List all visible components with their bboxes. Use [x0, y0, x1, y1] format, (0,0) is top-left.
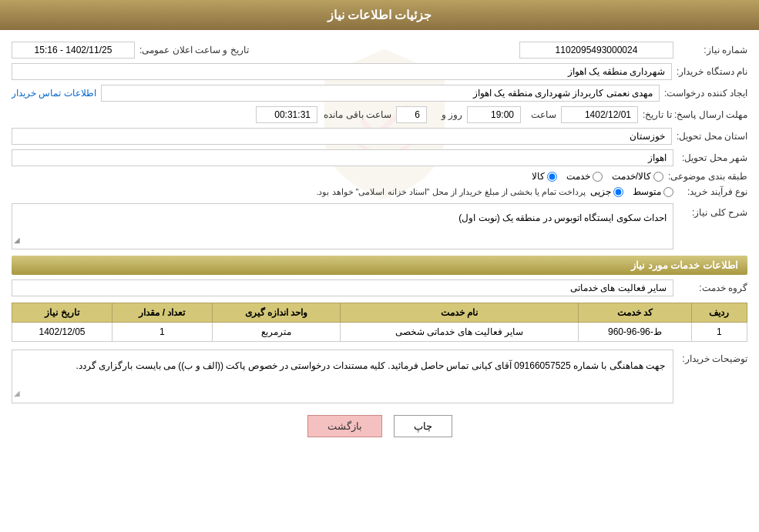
notes-row: توضیحات خریدار: جهت هماهنگی با شماره 091… [12, 350, 747, 403]
deadline-date: 1402/12/01 [561, 106, 638, 123]
deadline-days-label: روز و [432, 109, 462, 120]
cell-name: سایر فعالیت های خدماتی شخصی [341, 323, 579, 342]
back-button[interactable]: بازگشت [307, 415, 382, 437]
col-header-unit: واحد اندازه گیری [212, 303, 340, 323]
notes-text: جهت هماهنگی با شماره 09166057525 آقای کی… [76, 360, 665, 371]
notes-resize-icon: ◢ [14, 386, 20, 401]
need-desc-value: احداث سکوی ایستگاه اتوبوس در منطقه یک (ن… [458, 212, 667, 223]
category-radio-group: کالا/خدمت خدمت کالا [532, 171, 663, 182]
print-button[interactable]: چاپ [394, 415, 452, 437]
need-number-row: شماره نیاز: 1102095493000024 تاریخ و ساع… [12, 42, 747, 59]
purchase-type-radio-group: متوسط جزیی [590, 186, 673, 197]
need-desc-label: شرح کلی نیاز: [678, 203, 747, 218]
deadline-remaining-label: ساعت باقی مانده [322, 109, 391, 120]
province-value: خوزستان [12, 128, 672, 145]
page-title: جزئیات اطلاعات نیاز [327, 8, 432, 22]
need-desc-box: احداث سکوی ایستگاه اتوبوس در منطقه یک (ن… [12, 203, 673, 249]
cell-date: 1402/12/05 [12, 323, 113, 342]
col-header-qty: تعداد / مقدار [112, 303, 212, 323]
deadline-row: مهلت ارسال پاسخ: تا تاریخ: 1402/12/01 سا… [12, 106, 747, 123]
content-area: شماره نیاز: 1102095493000024 تاریخ و ساع… [0, 30, 759, 460]
announcement-value: 1402/11/25 - 15:16 [12, 42, 135, 59]
service-group-label: گروه خدمت: [678, 283, 747, 293]
col-header-date: تاریخ نیاز [12, 303, 113, 323]
resize-icon: ◢ [14, 233, 20, 247]
category-option-kala-khadamat[interactable]: کالا/خدمت [612, 171, 663, 182]
col-header-row: ردیف [691, 303, 747, 323]
category-option-khadamat[interactable]: خدمت [566, 171, 603, 182]
deadline-days: 6 [396, 106, 427, 123]
cell-code: ط-96-96-960 [579, 323, 691, 342]
deadline-time: 19:00 [467, 106, 521, 123]
col-header-code: کد خدمت [579, 303, 691, 323]
buyer-org-row: نام دستگاه خریدار: شهرداری منطقه یک اهوا… [12, 63, 747, 80]
need-number-label: شماره نیاز: [678, 45, 747, 55]
button-row: چاپ بازگشت [12, 415, 747, 449]
announcement-label: تاریخ و ساعت اعلان عمومی: [139, 45, 249, 55]
contact-link[interactable]: اطلاعات تماس خریدار [12, 88, 96, 99]
service-group-value: سایر فعالیت های خدماتی [12, 279, 673, 296]
creator-row: ایجاد کننده درخواست: مهدی نعمتی کاربرداز… [12, 85, 747, 102]
category-row: طبقه بندی موضوعی: کالا/خدمت خدمت کالا [12, 171, 747, 182]
creator-value: مهدی نعمتی کاربرداز شهرداری منطقه یک اهو… [101, 85, 660, 102]
purchase-type-option-motawaset[interactable]: متوسط [633, 186, 673, 197]
purchase-type-label: نوع فرآیند خرید: [678, 186, 747, 197]
deadline-remaining: 00:31:31 [256, 106, 317, 123]
purchase-type-row: نوع فرآیند خرید: متوسط جزیی پرداخت تمام … [12, 186, 747, 197]
service-group-row: گروه خدمت: سایر فعالیت های خدماتی [12, 279, 747, 296]
table-header-row: ردیف کد خدمت نام خدمت واحد اندازه گیری ت… [12, 303, 747, 323]
buyer-org-value: شهرداری منطقه یک اهواز [12, 63, 672, 80]
city-row: شهر محل تحویل: اهواز [12, 149, 747, 166]
main-section: شماره نیاز: 1102095493000024 تاریخ و ساع… [12, 42, 747, 249]
province-label: استان محل تحویل: [677, 131, 747, 142]
city-label: شهر محل تحویل: [678, 152, 747, 163]
purchase-type-option-jozii[interactable]: جزیی [590, 186, 623, 197]
deadline-label: مهلت ارسال پاسخ: تا تاریخ: [643, 109, 747, 120]
province-row: استان محل تحویل: خوزستان [12, 128, 747, 145]
cell-unit: مترمربع [212, 323, 340, 342]
table-row: 1 ط-96-96-960 سایر فعالیت های خدماتی شخص… [12, 323, 747, 342]
creator-label: ایجاد کننده درخواست: [664, 88, 747, 99]
cell-row: 1 [691, 323, 747, 342]
notes-label: توضیحات خریدار: [678, 350, 747, 364]
purchase-type-note: پرداخت تمام یا بخشی از مبلغ خریدار از مح… [12, 187, 586, 197]
page-header: جزئیات اطلاعات نیاز [0, 0, 759, 30]
col-header-name: نام خدمت [341, 303, 579, 323]
deadline-time-label: ساعت [526, 109, 556, 120]
cell-qty: 1 [112, 323, 212, 342]
city-value: اهواز [12, 149, 673, 166]
notes-box: جهت هماهنگی با شماره 09166057525 آقای کی… [12, 350, 673, 403]
buyer-org-label: نام دستگاه خریدار: [677, 66, 747, 77]
need-number-value: 1102095493000024 [519, 42, 673, 59]
category-label: طبقه بندی موضوعی: [668, 171, 747, 182]
services-table: ردیف کد خدمت نام خدمت واحد اندازه گیری ت… [12, 303, 747, 342]
page-container: جزئیات اطلاعات نیاز شماره نیاز: 11020954… [0, 0, 759, 532]
category-option-kala[interactable]: کالا [532, 171, 557, 182]
need-desc-row: شرح کلی نیاز: احداث سکوی ایستگاه اتوبوس … [12, 203, 747, 249]
services-section-header: اطلاعات خدمات مورد نیاز [12, 256, 747, 275]
